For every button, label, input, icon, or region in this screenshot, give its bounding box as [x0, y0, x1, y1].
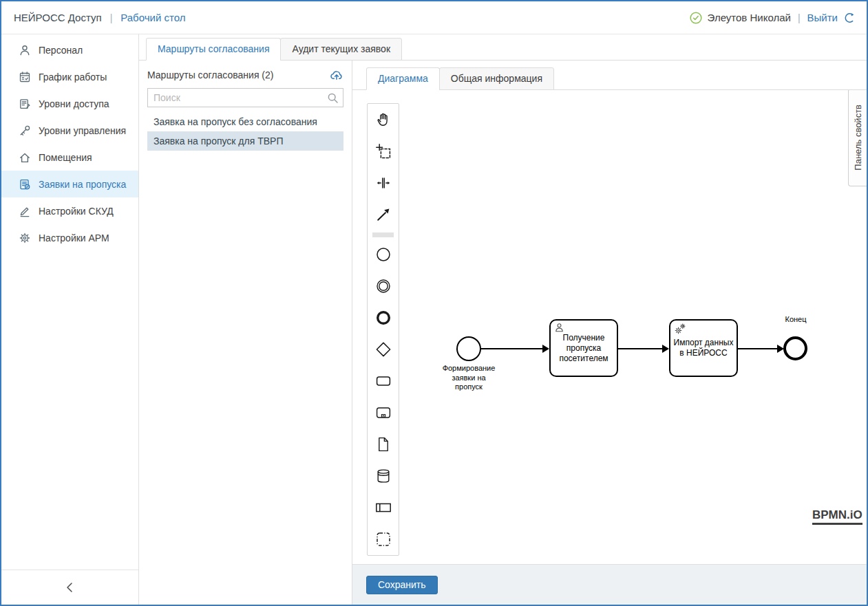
pass-request-icon — [19, 178, 31, 191]
sidebar-item-label: Помещения — [39, 152, 92, 163]
sidebar-item-label: График работы — [39, 72, 107, 83]
bpmn-user-task[interactable]: Получение пропуска посетителем — [549, 319, 618, 377]
search-input[interactable] — [148, 92, 323, 103]
chevron-left-icon — [63, 581, 77, 594]
sidebar-item-work-schedule[interactable]: График работы — [1, 63, 138, 90]
content-area: Маршруты согласования Аудит текущих заяв… — [139, 34, 867, 605]
tab-approval-routes[interactable]: Маршруты согласования — [146, 38, 281, 61]
sidebar-item-control-levels[interactable]: Уровни управления — [1, 117, 138, 144]
end-event-label: Конец — [768, 315, 823, 325]
nav-link-desktop[interactable]: Рабочий стол — [120, 12, 185, 23]
list-item-route[interactable]: Заявка на пропуск без согласования — [147, 112, 343, 131]
bpmn-end-event[interactable] — [783, 336, 807, 360]
start-event-label: Формирование заявки на пропуск — [440, 364, 498, 392]
tab-current-requests-audit[interactable]: Аудит текущих заявок — [280, 38, 402, 61]
hand-tool-icon[interactable] — [368, 104, 399, 136]
sequence-flow-2-arrowhead — [662, 345, 669, 353]
sidebar-item-label: Персонал — [39, 45, 83, 56]
key-icon — [19, 125, 31, 137]
access-card-icon — [19, 98, 31, 110]
sequence-flow-1-arrowhead — [542, 345, 549, 353]
properties-panel-tab[interactable]: Панель свойств — [848, 90, 867, 186]
bpmn-palette — [367, 103, 399, 556]
participant-icon[interactable] — [368, 492, 399, 523]
global-connect-tool-icon[interactable] — [368, 199, 399, 230]
routes-panel: Маршруты согласования (2) — [139, 61, 352, 605]
sidebar-item-arm-settings[interactable]: Настройки АРМ — [1, 224, 138, 251]
search-icon[interactable] — [323, 92, 343, 104]
sequence-flow-3[interactable] — [738, 348, 777, 349]
sidebar-item-label: Настройки АРМ — [39, 232, 109, 244]
save-button[interactable]: Сохранить — [366, 576, 438, 594]
gateway-icon[interactable] — [368, 334, 399, 365]
bpmn-service-task[interactable]: Импорт данных в НЕЙРОСС — [669, 319, 738, 377]
footer-bar: Сохранить — [352, 564, 867, 605]
sidebar-item-personnel[interactable]: Персонал — [1, 36, 138, 63]
calendar-icon — [19, 71, 31, 83]
list-item-route-selected[interactable]: Заявка на пропуск для ТВРП — [147, 131, 343, 151]
gears-icon — [674, 323, 686, 335]
sidebar-item-label: Настройки СКУД — [39, 206, 114, 217]
group-icon[interactable] — [368, 523, 399, 555]
cloud-upload-icon[interactable] — [330, 68, 343, 82]
user-divider: | — [798, 12, 801, 23]
detail-tabbar: Диаграмма Общая информация — [352, 61, 867, 90]
start-event-icon[interactable] — [368, 239, 399, 270]
sidebar-item-label: Уровни управления — [39, 125, 126, 136]
app-window: НЕЙРОСС Доступ | Рабочий стол Элеутов Ни… — [0, 0, 868, 606]
sidebar-item-label: Уровни доступа — [39, 98, 109, 109]
detail-panel: Диаграмма Общая информация Панель свойст… — [352, 61, 867, 605]
top-header: НЕЙРОСС Доступ | Рабочий стол Элеутов Ни… — [1, 1, 867, 34]
main-tabbar: Маршруты согласования Аудит текущих заяв… — [139, 34, 867, 61]
sidebar-item-acs-settings[interactable]: Настройки СКУД — [1, 197, 138, 224]
sidebar-nav: Персонал График работы — [1, 34, 138, 251]
properties-panel-label: Панель свойств — [853, 105, 863, 171]
search-box — [147, 88, 343, 107]
palette-separator — [368, 230, 399, 239]
pencil-icon — [19, 205, 31, 217]
user-name: Элеутов Николай — [708, 12, 791, 23]
subprocess-icon[interactable] — [368, 397, 399, 429]
logout-icon[interactable] — [843, 12, 854, 23]
home-icon — [19, 151, 31, 164]
bpmn-start-event[interactable] — [456, 336, 481, 361]
sidebar-item-premises[interactable]: Помещения — [1, 144, 138, 171]
person-icon — [19, 44, 31, 56]
bpmn-io-logo[interactable]: BPMN.iO — [812, 508, 862, 525]
routes-list: Заявка на пропуск без согласования Заявк… — [147, 112, 343, 151]
app-title: НЕЙРОСС Доступ — [14, 12, 102, 23]
header-divider: | — [110, 12, 113, 23]
lasso-tool-icon[interactable] — [368, 136, 399, 167]
task-icon[interactable] — [368, 365, 399, 397]
task-label: Импорт данных в НЕЙРОСС — [673, 338, 734, 358]
routes-panel-title: Маршруты согласования (2) — [147, 69, 273, 80]
space-tool-icon[interactable] — [368, 167, 399, 199]
end-event-icon[interactable] — [368, 302, 399, 334]
gear-icon — [19, 232, 31, 244]
tab-diagram[interactable]: Диаграмма — [366, 67, 440, 90]
logout-link[interactable]: Выйти — [807, 12, 838, 23]
sequence-flow-2[interactable] — [618, 348, 662, 349]
intermediate-event-icon[interactable] — [368, 270, 399, 302]
sidebar-item-access-levels[interactable]: Уровни доступа — [1, 90, 138, 117]
data-store-icon[interactable] — [368, 460, 399, 492]
data-object-icon[interactable] — [368, 429, 399, 460]
sidebar-item-label: Заявки на пропуска — [39, 179, 126, 190]
sidebar-item-pass-requests[interactable]: Заявки на пропуска — [1, 171, 138, 197]
user-icon — [554, 323, 564, 333]
check-circle-icon — [690, 12, 702, 24]
sequence-flow-1[interactable] — [481, 348, 542, 349]
tab-general-info[interactable]: Общая информация — [439, 67, 554, 90]
task-label: Получение пропуска посетителем — [553, 333, 615, 364]
bpmn-canvas[interactable]: Панель свойств — [352, 90, 867, 564]
sidebar-collapse-button[interactable] — [1, 570, 138, 605]
sidebar: Персонал График работы — [1, 34, 139, 605]
